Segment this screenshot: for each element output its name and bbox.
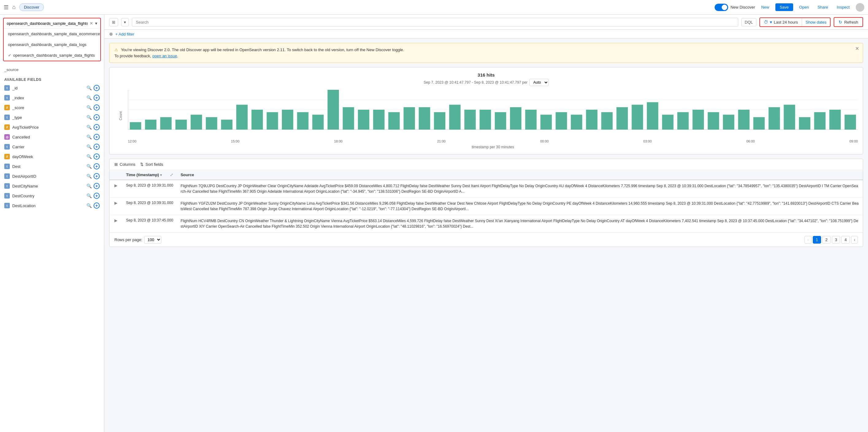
chart-bar[interactable] [418, 107, 430, 130]
chart-bar[interactable] [601, 112, 613, 130]
field-filter-button[interactable]: 🔍 [86, 85, 92, 91]
index-option-ecommerce[interactable]: opensearch_dashboards_sample_data_ecomme… [4, 29, 100, 39]
chart-bar[interactable] [738, 110, 750, 130]
chart-bar[interactable] [160, 117, 172, 130]
field-add-button[interactable]: + [94, 114, 100, 121]
chart-bar[interactable] [525, 110, 536, 130]
chart-bar[interactable] [784, 105, 795, 130]
chart-bar[interactable] [677, 112, 689, 130]
expand-row-button[interactable]: ▶ [113, 201, 119, 205]
chart-bar[interactable] [540, 114, 552, 130]
inspect-button[interactable]: Inspect [834, 4, 852, 11]
chart-bar[interactable] [829, 110, 841, 130]
chart-bar[interactable] [571, 114, 582, 130]
field-filter-button[interactable]: 🔍 [86, 104, 92, 110]
new-button[interactable]: New [759, 4, 772, 11]
chart-bar[interactable] [647, 102, 658, 130]
chart-bar[interactable] [388, 112, 400, 130]
chart-bar[interactable] [769, 107, 780, 130]
field-filter-button[interactable]: 🔍 [86, 124, 92, 130]
field-filter-button[interactable]: 🔍 [86, 202, 92, 209]
chart-bar[interactable] [282, 110, 293, 130]
prev-page-button[interactable]: ‹ [805, 236, 811, 243]
chart-bar[interactable] [358, 110, 369, 130]
chart-bar[interactable] [708, 112, 719, 130]
chart-bar[interactable] [556, 112, 567, 130]
field-filter-button[interactable]: 🔍 [86, 183, 92, 189]
field-filter-button[interactable]: 🔍 [86, 173, 92, 179]
field-filter-button[interactable]: 🔍 [86, 163, 92, 169]
chart-bar[interactable] [236, 105, 248, 130]
index-clear-icon[interactable]: ✕ [90, 21, 93, 26]
field-add-button[interactable]: + [94, 154, 100, 160]
chart-bar[interactable] [373, 110, 384, 130]
save-button[interactable]: Save [775, 3, 793, 11]
chart-bar[interactable] [799, 117, 810, 130]
chart-bar[interactable] [267, 112, 278, 130]
field-filter-button[interactable]: 🔍 [86, 193, 92, 199]
banner-close-button[interactable]: ✕ [855, 46, 859, 52]
page-3-button[interactable]: 3 [832, 236, 840, 243]
chart-bar[interactable] [312, 114, 323, 130]
chart-bar[interactable] [145, 120, 156, 130]
page-2-button[interactable]: 2 [822, 236, 831, 243]
banner-link[interactable]: open an issue [152, 54, 177, 58]
index-option-flights[interactable]: ✓ opensearch_dashboards_sample_data_flig… [4, 50, 100, 61]
field-add-button[interactable]: + [94, 95, 100, 101]
field-filter-button[interactable]: 🔍 [86, 144, 92, 150]
field-add-button[interactable]: + [94, 173, 100, 179]
chart-bar[interactable] [631, 105, 643, 130]
chart-bar[interactable] [510, 107, 521, 130]
chart-bar[interactable] [297, 112, 309, 130]
expand-row-button[interactable]: ▶ [113, 218, 119, 223]
chart-bar[interactable] [692, 110, 704, 130]
open-button[interactable]: Open [797, 4, 812, 11]
auto-select[interactable]: Auto [529, 79, 549, 86]
chart-bar[interactable] [343, 107, 354, 130]
chart-bar[interactable] [723, 114, 734, 130]
chart-bar[interactable] [617, 107, 628, 130]
hamburger-icon[interactable]: ☰ [4, 4, 8, 11]
chart-bar[interactable] [845, 114, 856, 130]
chart-bar[interactable] [586, 110, 597, 130]
col-expand-button[interactable]: ⤢ [170, 172, 173, 177]
field-add-button[interactable]: + [94, 134, 100, 140]
field-filter-button[interactable]: 🔍 [86, 95, 92, 101]
field-add-button[interactable]: + [94, 144, 100, 150]
field-add-button[interactable]: + [94, 104, 100, 110]
index-option-logs[interactable]: opensearch_dashboards_sample_data_logs [4, 39, 100, 50]
chart-bar[interactable] [495, 112, 506, 130]
next-page-button[interactable]: › [851, 236, 858, 243]
chart-bar[interactable] [328, 90, 339, 130]
chart-bar[interactable] [206, 117, 217, 130]
chart-bar[interactable] [464, 110, 476, 130]
toolbar-icon-button[interactable]: ⊞ [109, 18, 118, 26]
field-filter-button[interactable]: 🔍 [86, 154, 92, 160]
page-1-button[interactable]: 1 [813, 236, 821, 243]
chart-bar[interactable] [434, 112, 445, 130]
field-add-button[interactable]: + [94, 163, 100, 169]
share-button[interactable]: Share [815, 4, 831, 11]
show-dates-button[interactable]: Show dates [802, 18, 830, 26]
time-col-header[interactable]: Time (timestamp) ▾ ⤢ [122, 170, 177, 180]
chart-bar[interactable] [753, 117, 765, 130]
chart-bar[interactable] [191, 114, 202, 130]
chart-bar[interactable] [221, 120, 232, 130]
field-filter-button[interactable]: 🔍 [86, 134, 92, 140]
field-add-button[interactable]: + [94, 124, 100, 130]
field-filter-button[interactable]: 🔍 [86, 114, 92, 121]
field-add-button[interactable]: + [94, 202, 100, 209]
chart-bar[interactable] [176, 120, 187, 130]
columns-button[interactable]: ⊞ Columns [115, 162, 135, 167]
sort-fields-button[interactable]: ⇅ Sort fields [140, 162, 163, 167]
chart-bar[interactable] [480, 110, 491, 130]
chart-bar[interactable] [449, 105, 460, 130]
new-discover-toggle[interactable] [715, 4, 728, 11]
rows-per-page-select[interactable]: 100 [144, 236, 161, 243]
search-input[interactable] [132, 18, 738, 27]
chart-bar[interactable] [130, 122, 141, 130]
index-dropdown-icon[interactable]: ▾ [95, 21, 97, 26]
expand-row-button[interactable]: ▶ [113, 183, 119, 188]
chart-bar[interactable] [404, 107, 415, 130]
field-add-button[interactable]: + [94, 85, 100, 91]
